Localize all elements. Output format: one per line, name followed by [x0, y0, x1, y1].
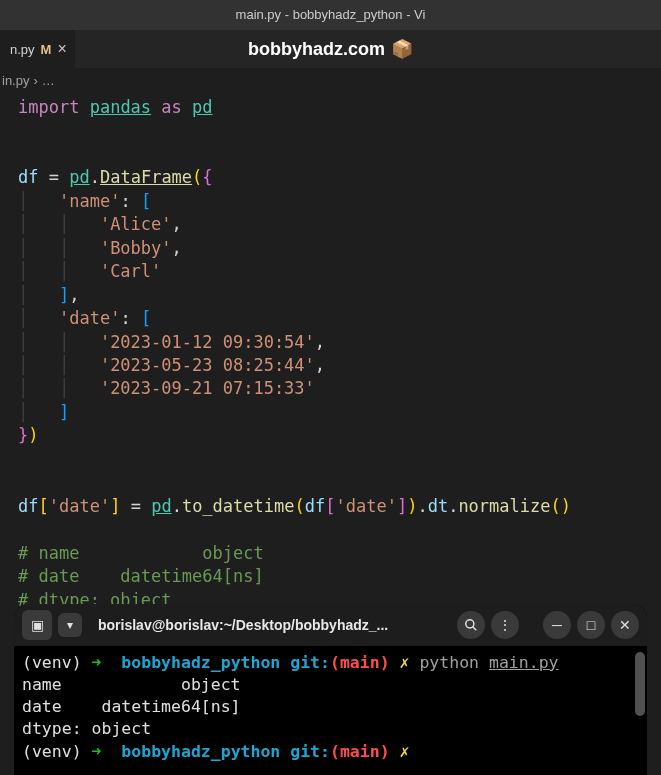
terminal-title: borislav@borislav:~/Desktop/bobbyhadz_..…	[88, 617, 451, 633]
fn-to-datetime: to_datetime	[182, 496, 295, 516]
code-editor[interactable]: import pandas as pd df = pd.DataFrame({ …	[0, 92, 661, 635]
cmd-file: main.py	[489, 653, 559, 672]
output-line: dtype: object	[22, 719, 151, 738]
keyword-import: import	[18, 97, 79, 117]
terminal-window: ▣ ▾ borislav@borislav:~/Desktop/bobbyhad…	[14, 604, 647, 775]
editor-tab[interactable]: n.py M ×	[0, 30, 75, 68]
prompt-dir: bobbyhadz_python	[121, 653, 280, 672]
terminal-dropdown-button[interactable]: ▾	[58, 613, 82, 637]
window-title: main.py - bobbyhadz_python - Vi	[236, 7, 426, 22]
tab-bar: n.py M × bobbyhadz.com 📦	[0, 30, 661, 68]
modified-indicator: M	[41, 42, 52, 57]
output-line: date datetime64[ns]	[22, 697, 241, 716]
module-pandas: pandas	[90, 97, 151, 117]
comment: # name object	[18, 543, 264, 563]
output-line: name object	[22, 675, 241, 694]
fn-dataframe: DataFrame	[100, 167, 192, 187]
watermark: bobbyhadz.com 📦	[248, 38, 413, 60]
svg-line-1	[473, 626, 477, 630]
terminal-output[interactable]: (venv) ➜ bobbyhadz_python git:(main) ✗ p…	[14, 646, 647, 775]
prompt-arrow: ➜	[92, 653, 102, 672]
var-df: df	[18, 167, 38, 187]
terminal-titlebar: ▣ ▾ borislav@borislav:~/Desktop/bobbyhad…	[14, 604, 647, 646]
window-titlebar: main.py - bobbyhadz_python - Vi	[0, 0, 661, 30]
close-icon[interactable]: ×	[57, 40, 66, 58]
git-dirty-icon: ✗	[400, 653, 410, 672]
comment: # date datetime64[ns]	[18, 566, 264, 586]
breadcrumb[interactable]: in.py › …	[0, 68, 661, 92]
watermark-text: bobbyhadz.com	[248, 39, 385, 60]
terminal-scrollbar[interactable]	[635, 652, 645, 716]
terminal-new-tab-button[interactable]: ▣	[22, 610, 52, 640]
maximize-button[interactable]: □	[577, 611, 605, 639]
chevron-right-icon: ›	[33, 73, 37, 88]
breadcrumb-file: in.py	[2, 73, 29, 88]
svg-point-0	[466, 619, 474, 627]
search-icon[interactable]	[457, 611, 485, 639]
keyword-as: as	[161, 97, 181, 117]
menu-icon[interactable]: ⋮	[491, 611, 519, 639]
tab-filename: n.py	[10, 42, 35, 57]
package-icon: 📦	[391, 38, 413, 60]
git-branch: main	[340, 653, 380, 672]
close-button[interactable]: ✕	[611, 611, 639, 639]
alias-pd: pd	[192, 97, 212, 117]
breadcrumb-more: …	[42, 73, 55, 88]
fn-normalize: normalize	[458, 496, 550, 516]
minimize-button[interactable]: ─	[543, 611, 571, 639]
